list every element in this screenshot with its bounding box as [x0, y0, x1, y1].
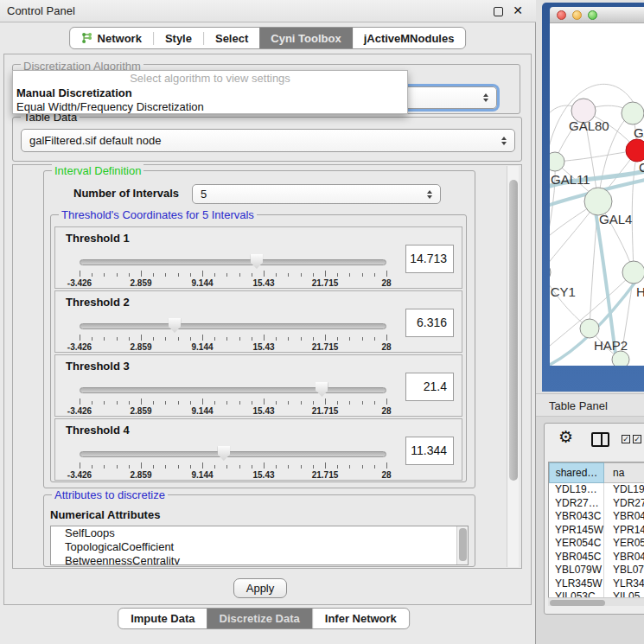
- algorithm-option-manual-discretization[interactable]: Manual Discretization: [13, 86, 407, 100]
- tab-impute-data[interactable]: Impute Data: [118, 609, 207, 628]
- tab-discretize-data[interactable]: Discretize Data: [207, 609, 312, 628]
- table-row[interactable]: YDL19…YDL19: [549, 483, 644, 497]
- column-header-name[interactable]: na: [604, 462, 644, 483]
- scrollbar-thumb[interactable]: [459, 528, 467, 561]
- slider-track[interactable]: [80, 387, 386, 393]
- network-node-hap2[interactable]: [580, 319, 599, 338]
- num-intervals-label: Number of Intervals: [73, 187, 179, 200]
- tab-select[interactable]: Select: [204, 28, 259, 48]
- attributes-scrollbar[interactable]: [456, 526, 468, 564]
- slider-track[interactable]: [80, 451, 386, 457]
- float-window-icon[interactable]: [494, 7, 503, 16]
- attributes-listbox[interactable]: SelfLoopsTopologicalCoefficientBetweenne…: [50, 526, 469, 565]
- table-row[interactable]: YPR145WYPR14: [549, 524, 644, 538]
- network-nodes[interactable]: [550, 99, 644, 366]
- cell-name: YDL19: [604, 483, 644, 497]
- tab-style[interactable]: Style: [154, 28, 203, 48]
- table-panel-title: Table Panel: [549, 399, 608, 412]
- slider-track[interactable]: [80, 323, 386, 329]
- select-columns-icon[interactable]: ✓ ✓: [622, 435, 641, 443]
- threshold-slider[interactable]: -3.4262.8599.14415.4321.71528: [80, 317, 386, 352]
- network-node-gcy1[interactable]: [550, 263, 551, 282]
- threshold-box: Threshold 1 -3.4262.8599.14415.4321.7152…: [54, 226, 462, 289]
- network-graph: GAL80GACGAL11GAL4GCY1HHAP2: [550, 23, 644, 366]
- tick-label: 9.144: [191, 470, 213, 480]
- settings-vertical-scrollbar[interactable]: [507, 166, 519, 567]
- tick-label: 2.859: [130, 342, 151, 352]
- table-row[interactable]: YDR27…YDR27: [549, 497, 644, 511]
- table-row[interactable]: YBR043CYBR04: [549, 510, 644, 524]
- zoom-traffic-light[interactable]: [588, 10, 597, 20]
- network-node[interactable]: [612, 351, 629, 366]
- split-columns-icon[interactable]: [591, 432, 609, 447]
- tab-infer-network[interactable]: Infer Network: [312, 609, 409, 628]
- scrollbar-thumb[interactable]: [509, 180, 518, 481]
- tab-jactivemnodules[interactable]: jActiveMNodules: [353, 28, 466, 48]
- table-data-combobox[interactable]: galFiltered.sif default node: [21, 129, 515, 152]
- threshold-box: Threshold 2 -3.4262.8599.14415.4321.7152…: [54, 290, 462, 353]
- threshold-value-field[interactable]: 21.4: [405, 373, 454, 401]
- slider-tick-labels: -3.4262.8599.14415.4321.71528: [80, 406, 386, 416]
- gear-icon[interactable]: ⚙: [558, 427, 573, 446]
- attribute-item-selfloops[interactable]: SelfLoops: [51, 526, 468, 540]
- network-view-window[interactable]: GAL80GACGAL11GAL4GCY1HHAP2: [542, 3, 644, 392]
- network-canvas[interactable]: GAL80GACGAL11GAL4GCY1HHAP2: [550, 23, 644, 366]
- slider-tick-labels: -3.4262.8599.14415.4321.71528: [80, 470, 386, 480]
- threshold-slider[interactable]: -3.4262.8599.14415.4321.71528: [80, 445, 386, 480]
- cell-name: YLR34: [604, 577, 644, 591]
- column-header-shared-name[interactable]: shared…: [549, 462, 604, 483]
- table-horizontal-scrollbar[interactable]: [548, 597, 644, 606]
- apply-button[interactable]: Apply: [233, 578, 287, 598]
- network-node-ga[interactable]: [622, 102, 644, 124]
- network-window-titlebar[interactable]: [550, 7, 644, 23]
- close-traffic-light[interactable]: [557, 10, 566, 20]
- attribute-item-betweennesscentrality[interactable]: BetweennessCentrality: [51, 554, 468, 565]
- network-node-h[interactable]: [622, 261, 644, 284]
- num-intervals-combobox[interactable]: 5: [192, 184, 441, 204]
- interval-definition-label: Interval Definition: [52, 164, 143, 177]
- slider-thumb[interactable]: [316, 382, 328, 397]
- cell-shared-name: YDR27…: [549, 497, 604, 511]
- algorithm-option-equal-width-frequency-discretization[interactable]: Equal Width/Frequency Discretization: [13, 100, 407, 114]
- minimize-traffic-light[interactable]: [572, 10, 582, 20]
- threshold-value-field[interactable]: 14.713: [405, 245, 454, 273]
- slider-thumb[interactable]: [217, 446, 230, 461]
- threshold-value-field[interactable]: 11.344: [405, 437, 454, 465]
- slider-thumb[interactable]: [169, 318, 182, 333]
- slider-thumb[interactable]: [250, 254, 263, 269]
- scrollbar-thumb[interactable]: [550, 600, 605, 606]
- cell-shared-name: YBR043C: [549, 510, 604, 524]
- tick-label: -3.426: [67, 278, 92, 288]
- node-label-gal80: GAL80: [569, 118, 609, 133]
- tab-cyni-toolbox[interactable]: Cyni Toolbox: [259, 28, 352, 48]
- table-row[interactable]: YLR345WYLR34: [549, 577, 644, 591]
- threshold-title: Threshold 3: [66, 360, 130, 373]
- slider-tick-labels: -3.4262.8599.14415.4321.71528: [80, 342, 386, 352]
- tab-network[interactable]: Network: [70, 28, 153, 48]
- table-row[interactable]: YBR045CYBR04: [549, 551, 644, 564]
- control-panel-titlebar: Control Panel ✕: [0, 0, 536, 22]
- slider-track[interactable]: [80, 259, 386, 265]
- table-row[interactable]: YBL079WYBL07: [549, 564, 644, 577]
- control-panel-title: Control Panel: [7, 4, 75, 17]
- tab-label: Network: [98, 32, 142, 45]
- cell-name: YIL05: [604, 590, 644, 597]
- slider-ticks: [80, 399, 386, 405]
- algorithm-placeholder-option[interactable]: Select algorithm to view settings: [13, 71, 407, 86]
- cell-name: YDR27: [604, 497, 644, 511]
- tick-label: 28: [381, 278, 391, 288]
- table-row[interactable]: YER054CYER05: [549, 537, 644, 551]
- threshold-box: Threshold 4 -3.4262.8599.14415.4321.7152…: [54, 418, 462, 481]
- threshold-slider[interactable]: -3.4262.8599.14415.4321.71528: [80, 253, 386, 288]
- node-label-gcy1: GCY1: [550, 284, 576, 299]
- cell-name: YBR04: [604, 510, 644, 524]
- threshold-slider[interactable]: -3.4262.8599.14415.4321.71528: [80, 381, 386, 416]
- network-node-c[interactable]: [626, 139, 644, 162]
- numerical-attributes-header: Numerical Attributes: [50, 508, 160, 521]
- threshold-value-field[interactable]: 6.316: [405, 309, 454, 337]
- close-icon[interactable]: ✕: [513, 3, 523, 17]
- table-row[interactable]: YIL053CYIL05: [549, 590, 644, 597]
- thresholds-group-label: Threshold's Coordinates for 5 Intervals: [59, 208, 257, 221]
- attribute-item-topologicalcoefficient[interactable]: TopologicalCoefficient: [51, 540, 468, 554]
- network-node-gal11[interactable]: [550, 152, 564, 171]
